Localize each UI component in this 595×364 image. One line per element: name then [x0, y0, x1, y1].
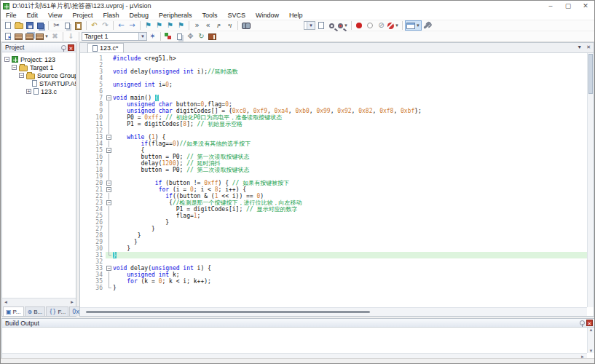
- navigate-forward-button[interactable]: →: [127, 20, 138, 31]
- build-button[interactable]: [13, 31, 24, 41]
- tree-expand-icon[interactable]: +: [26, 89, 31, 94]
- build-output-vscrollbar[interactable]: ▲▼: [587, 328, 594, 353]
- window-layout-button[interactable]: ▼: [405, 20, 422, 31]
- configure-button[interactable]: [422, 20, 433, 31]
- pin-icon[interactable]: [580, 320, 585, 325]
- scroll-up-icon[interactable]: ▲: [589, 328, 594, 332]
- code-line[interactable]: [113, 258, 587, 265]
- undo-button[interactable]: ↶: [89, 20, 100, 31]
- project-hscrollbar[interactable]: ◄►: [2, 298, 76, 306]
- code-line[interactable]: unsigned char digitCodes[] = {0xc0, 0xf9…: [113, 108, 587, 114]
- fold-marker[interactable]: −: [106, 186, 112, 193]
- tab-close-icon[interactable]: ✕: [586, 44, 591, 50]
- prev-bookmark-button[interactable]: ⚑: [154, 20, 165, 31]
- code-line[interactable]: for (k = 0; k < i; k++);: [113, 278, 587, 285]
- maximize-button[interactable]: ▢: [559, 1, 577, 11]
- enable-disable-breakpoint-button[interactable]: [365, 20, 376, 31]
- hscroll-thumb[interactable]: [86, 311, 370, 313]
- menu-item-help[interactable]: Help: [284, 11, 308, 20]
- fold-collapse-icon[interactable]: −: [106, 181, 111, 186]
- batch-build-button[interactable]: ▼: [35, 31, 50, 41]
- code-line[interactable]: unsigned char button=0,flag=0;: [113, 101, 587, 108]
- chevron-down-icon[interactable]: ▼: [416, 23, 420, 28]
- code-line[interactable]: [113, 62, 587, 68]
- save-all-button[interactable]: [35, 20, 46, 31]
- close-button[interactable]: ✕: [577, 1, 594, 11]
- fold-collapse-icon[interactable]: −: [106, 266, 111, 271]
- code-line[interactable]: }: [113, 226, 587, 232]
- scroll-down-icon[interactable]: ▼: [589, 349, 594, 353]
- code-line[interactable]: unsigned int k;: [113, 272, 587, 278]
- disable-all-breakpoints-button[interactable]: ⊘: [376, 20, 387, 31]
- file-extensions-button[interactable]: ✥: [185, 31, 196, 41]
- code-line[interactable]: if (button != 0xff) { // 如果有按键被按下: [113, 180, 587, 186]
- translate-button[interactable]: [2, 31, 13, 41]
- menu-item-edit[interactable]: Edit: [22, 11, 44, 20]
- fold-collapse-icon[interactable]: −: [106, 135, 111, 140]
- fold-marker[interactable]: −: [106, 95, 112, 101]
- target-select[interactable]: Target 1▼: [82, 32, 147, 41]
- toggle-bookmark-button[interactable]: ⚑: [143, 20, 154, 31]
- code-line[interactable]: }: [113, 285, 587, 291]
- chevron-down-icon[interactable]: ▼: [138, 33, 146, 40]
- reload-button[interactable]: ↻: [196, 31, 207, 41]
- stop-build-button[interactable]: ✖: [50, 31, 60, 41]
- tab-books[interactable]: ⊕B...: [25, 306, 46, 316]
- menu-item-view[interactable]: View: [43, 11, 67, 20]
- menu-item-debug[interactable]: Debug: [124, 11, 154, 20]
- tab-project[interactable]: ▣P...: [3, 306, 24, 316]
- fold-marker[interactable]: −: [106, 199, 112, 206]
- tree-item-project-123[interactable]: −Project: 123: [2, 55, 76, 63]
- tree-item-123-c[interactable]: +123.c: [2, 87, 76, 95]
- code-line[interactable]: #include <reg51.h>: [113, 55, 587, 62]
- menu-item-file[interactable]: File: [1, 11, 22, 20]
- download-button[interactable]: ⇓: [66, 31, 76, 41]
- menu-item-project[interactable]: Project: [67, 11, 98, 20]
- copy-button[interactable]: [62, 20, 73, 31]
- save-button[interactable]: [24, 20, 35, 31]
- redo-button[interactable]: ↷: [100, 20, 111, 31]
- new-file-button[interactable]: [2, 20, 13, 31]
- code-line[interactable]: }: [113, 232, 587, 239]
- next-bookmark-button[interactable]: ⚑: [165, 20, 176, 31]
- chevron-down-icon[interactable]: ▼: [307, 22, 315, 29]
- code-line[interactable]: {//检测是那一个按键按下，进行位比较，向左移动: [113, 199, 587, 206]
- tab-list-dropdown-icon[interactable]: ▼: [577, 44, 582, 50]
- comment-button[interactable]: /*: [213, 20, 224, 31]
- fold-marker[interactable]: −: [106, 265, 112, 272]
- fold-collapse-icon[interactable]: −: [106, 95, 111, 100]
- cut-button[interactable]: ✂: [51, 20, 62, 31]
- menu-item-window[interactable]: Window: [251, 11, 284, 20]
- code-line[interactable]: void delay(unsigned int i) {: [113, 265, 587, 272]
- pin-icon[interactable]: [61, 45, 66, 50]
- editor-vscrollbar[interactable]: [587, 53, 594, 307]
- vscroll-thumb[interactable]: [588, 54, 593, 94]
- chevron-down-icon[interactable]: ▼: [44, 34, 49, 39]
- tree-item-source-group-1[interactable]: −Source Group 1: [2, 71, 76, 79]
- fold-collapse-icon[interactable]: −: [106, 200, 111, 205]
- books-button[interactable]: [207, 31, 218, 41]
- code-line[interactable]: flag=1;: [113, 213, 587, 219]
- incremental-find-button[interactable]: [315, 20, 326, 31]
- build-output-content[interactable]: [2, 328, 587, 353]
- tree-expand-icon[interactable]: −: [4, 57, 9, 62]
- minimize-button[interactable]: –: [542, 1, 559, 11]
- uncomment-button[interactable]: */: [224, 20, 235, 31]
- search-combo[interactable]: ▼: [304, 21, 315, 30]
- fold-collapse-icon[interactable]: −: [106, 148, 111, 153]
- code-line[interactable]: P1 = digitCodes[i]; // 显示对应的数字: [113, 206, 587, 213]
- tree-item-target-1[interactable]: −Target 1: [2, 63, 76, 71]
- tree-expand-icon[interactable]: −: [19, 73, 24, 78]
- code-region[interactable]: 1234567891011121314151617181920212223242…: [80, 53, 587, 307]
- manage-runtime-environment-button[interactable]: [163, 31, 174, 41]
- file-tab-123c[interactable]: 123.c*: [87, 43, 124, 52]
- menu-item-peripherals[interactable]: Peripherals: [154, 11, 197, 20]
- tree-item-startup-a51[interactable]: STARTUP.A51: [2, 79, 76, 87]
- navigate-back-button[interactable]: ←: [116, 20, 127, 31]
- chevron-down-icon[interactable]: ▼: [344, 23, 348, 28]
- build-output-close-icon[interactable]: ✕: [586, 320, 593, 326]
- code-line[interactable]: P0 = 0xff; // 初始化P0口为高电平，准备读取按键状态: [113, 114, 587, 121]
- scroll-left-icon[interactable]: ◄: [4, 300, 8, 304]
- clear-bookmarks-button[interactable]: ⚑: [176, 20, 186, 31]
- code-line[interactable]: void delay(unsigned int i);//延时函数: [113, 68, 587, 75]
